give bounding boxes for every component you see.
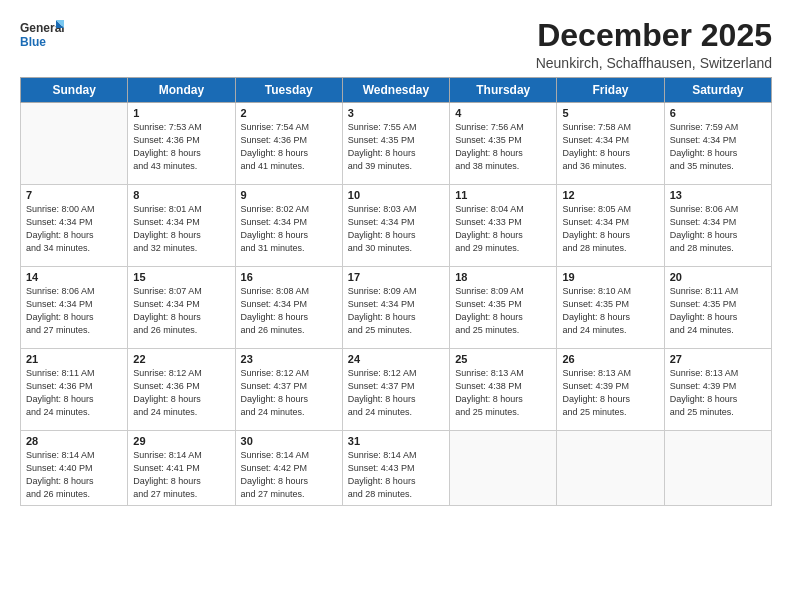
cell-info: Sunrise: 8:02 AM Sunset: 4:34 PM Dayligh… <box>241 203 337 255</box>
cell-info: Sunrise: 8:14 AM Sunset: 4:41 PM Dayligh… <box>133 449 229 501</box>
cell-info: Sunrise: 8:05 AM Sunset: 4:34 PM Dayligh… <box>562 203 658 255</box>
cell-info: Sunrise: 8:12 AM Sunset: 4:36 PM Dayligh… <box>133 367 229 419</box>
day-number: 26 <box>562 353 658 365</box>
cell-info: Sunrise: 8:08 AM Sunset: 4:34 PM Dayligh… <box>241 285 337 337</box>
cell-info: Sunrise: 7:55 AM Sunset: 4:35 PM Dayligh… <box>348 121 444 173</box>
day-number: 27 <box>670 353 766 365</box>
day-number: 10 <box>348 189 444 201</box>
cal-cell: 19Sunrise: 8:10 AM Sunset: 4:35 PM Dayli… <box>557 267 664 349</box>
cal-cell: 6Sunrise: 7:59 AM Sunset: 4:34 PM Daylig… <box>664 103 771 185</box>
cal-cell: 2Sunrise: 7:54 AM Sunset: 4:36 PM Daylig… <box>235 103 342 185</box>
day-number: 30 <box>241 435 337 447</box>
day-number: 5 <box>562 107 658 119</box>
day-number: 9 <box>241 189 337 201</box>
day-number: 19 <box>562 271 658 283</box>
cal-cell: 27Sunrise: 8:13 AM Sunset: 4:39 PM Dayli… <box>664 349 771 431</box>
cell-info: Sunrise: 7:59 AM Sunset: 4:34 PM Dayligh… <box>670 121 766 173</box>
calendar-page: General Blue December 2025 Neunkirch, Sc… <box>0 0 792 612</box>
cell-info: Sunrise: 7:54 AM Sunset: 4:36 PM Dayligh… <box>241 121 337 173</box>
cal-cell <box>664 431 771 506</box>
cal-cell: 26Sunrise: 8:13 AM Sunset: 4:39 PM Dayli… <box>557 349 664 431</box>
day-number: 25 <box>455 353 551 365</box>
cell-info: Sunrise: 8:01 AM Sunset: 4:34 PM Dayligh… <box>133 203 229 255</box>
cell-info: Sunrise: 8:14 AM Sunset: 4:43 PM Dayligh… <box>348 449 444 501</box>
day-number: 14 <box>26 271 122 283</box>
header-area: General Blue December 2025 Neunkirch, Sc… <box>20 18 772 71</box>
cell-info: Sunrise: 8:14 AM Sunset: 4:40 PM Dayligh… <box>26 449 122 501</box>
cal-cell: 9Sunrise: 8:02 AM Sunset: 4:34 PM Daylig… <box>235 185 342 267</box>
day-number: 8 <box>133 189 229 201</box>
cal-cell: 22Sunrise: 8:12 AM Sunset: 4:36 PM Dayli… <box>128 349 235 431</box>
cell-info: Sunrise: 8:12 AM Sunset: 4:37 PM Dayligh… <box>348 367 444 419</box>
cell-info: Sunrise: 7:56 AM Sunset: 4:35 PM Dayligh… <box>455 121 551 173</box>
day-number: 3 <box>348 107 444 119</box>
cal-cell: 24Sunrise: 8:12 AM Sunset: 4:37 PM Dayli… <box>342 349 449 431</box>
cal-cell: 31Sunrise: 8:14 AM Sunset: 4:43 PM Dayli… <box>342 431 449 506</box>
day-number: 15 <box>133 271 229 283</box>
cal-cell: 3Sunrise: 7:55 AM Sunset: 4:35 PM Daylig… <box>342 103 449 185</box>
day-header-wednesday: Wednesday <box>342 78 449 103</box>
cal-cell: 29Sunrise: 8:14 AM Sunset: 4:41 PM Dayli… <box>128 431 235 506</box>
day-number: 13 <box>670 189 766 201</box>
cell-info: Sunrise: 8:06 AM Sunset: 4:34 PM Dayligh… <box>26 285 122 337</box>
day-number: 23 <box>241 353 337 365</box>
day-number: 4 <box>455 107 551 119</box>
cell-info: Sunrise: 8:13 AM Sunset: 4:39 PM Dayligh… <box>562 367 658 419</box>
cell-info: Sunrise: 8:03 AM Sunset: 4:34 PM Dayligh… <box>348 203 444 255</box>
day-header-saturday: Saturday <box>664 78 771 103</box>
cal-cell: 20Sunrise: 8:11 AM Sunset: 4:35 PM Dayli… <box>664 267 771 349</box>
day-number: 29 <box>133 435 229 447</box>
cal-cell: 15Sunrise: 8:07 AM Sunset: 4:34 PM Dayli… <box>128 267 235 349</box>
cal-cell: 25Sunrise: 8:13 AM Sunset: 4:38 PM Dayli… <box>450 349 557 431</box>
cal-cell: 28Sunrise: 8:14 AM Sunset: 4:40 PM Dayli… <box>21 431 128 506</box>
day-number: 6 <box>670 107 766 119</box>
cal-cell <box>557 431 664 506</box>
cal-cell: 18Sunrise: 8:09 AM Sunset: 4:35 PM Dayli… <box>450 267 557 349</box>
cell-info: Sunrise: 8:12 AM Sunset: 4:37 PM Dayligh… <box>241 367 337 419</box>
day-number: 22 <box>133 353 229 365</box>
cell-info: Sunrise: 8:06 AM Sunset: 4:34 PM Dayligh… <box>670 203 766 255</box>
cell-info: Sunrise: 7:58 AM Sunset: 4:34 PM Dayligh… <box>562 121 658 173</box>
day-header-thursday: Thursday <box>450 78 557 103</box>
day-number: 12 <box>562 189 658 201</box>
day-number: 28 <box>26 435 122 447</box>
page-subtitle: Neunkirch, Schaffhausen, Switzerland <box>536 55 772 71</box>
cal-cell: 13Sunrise: 8:06 AM Sunset: 4:34 PM Dayli… <box>664 185 771 267</box>
title-area: December 2025 Neunkirch, Schaffhausen, S… <box>536 18 772 71</box>
cell-info: Sunrise: 8:00 AM Sunset: 4:34 PM Dayligh… <box>26 203 122 255</box>
cell-info: Sunrise: 8:09 AM Sunset: 4:35 PM Dayligh… <box>455 285 551 337</box>
cal-cell: 4Sunrise: 7:56 AM Sunset: 4:35 PM Daylig… <box>450 103 557 185</box>
day-number: 2 <box>241 107 337 119</box>
header-row: SundayMondayTuesdayWednesdayThursdayFrid… <box>21 78 772 103</box>
cell-info: Sunrise: 8:11 AM Sunset: 4:36 PM Dayligh… <box>26 367 122 419</box>
cal-cell: 16Sunrise: 8:08 AM Sunset: 4:34 PM Dayli… <box>235 267 342 349</box>
cal-cell: 23Sunrise: 8:12 AM Sunset: 4:37 PM Dayli… <box>235 349 342 431</box>
cal-cell: 14Sunrise: 8:06 AM Sunset: 4:34 PM Dayli… <box>21 267 128 349</box>
cell-info: Sunrise: 8:07 AM Sunset: 4:34 PM Dayligh… <box>133 285 229 337</box>
cal-cell: 12Sunrise: 8:05 AM Sunset: 4:34 PM Dayli… <box>557 185 664 267</box>
cal-cell: 11Sunrise: 8:04 AM Sunset: 4:33 PM Dayli… <box>450 185 557 267</box>
day-header-sunday: Sunday <box>21 78 128 103</box>
cal-cell: 8Sunrise: 8:01 AM Sunset: 4:34 PM Daylig… <box>128 185 235 267</box>
cell-info: Sunrise: 8:13 AM Sunset: 4:38 PM Dayligh… <box>455 367 551 419</box>
day-number: 7 <box>26 189 122 201</box>
page-title: December 2025 <box>536 18 772 53</box>
day-number: 31 <box>348 435 444 447</box>
cell-info: Sunrise: 8:14 AM Sunset: 4:42 PM Dayligh… <box>241 449 337 501</box>
cell-info: Sunrise: 8:09 AM Sunset: 4:34 PM Dayligh… <box>348 285 444 337</box>
cal-cell: 30Sunrise: 8:14 AM Sunset: 4:42 PM Dayli… <box>235 431 342 506</box>
day-number: 16 <box>241 271 337 283</box>
day-number: 24 <box>348 353 444 365</box>
day-number: 1 <box>133 107 229 119</box>
cell-info: Sunrise: 8:13 AM Sunset: 4:39 PM Dayligh… <box>670 367 766 419</box>
day-header-tuesday: Tuesday <box>235 78 342 103</box>
day-header-friday: Friday <box>557 78 664 103</box>
svg-text:Blue: Blue <box>20 35 46 49</box>
cell-info: Sunrise: 8:11 AM Sunset: 4:35 PM Dayligh… <box>670 285 766 337</box>
day-number: 11 <box>455 189 551 201</box>
cal-cell: 7Sunrise: 8:00 AM Sunset: 4:34 PM Daylig… <box>21 185 128 267</box>
cal-cell <box>450 431 557 506</box>
calendar-table: SundayMondayTuesdayWednesdayThursdayFrid… <box>20 77 772 506</box>
cell-info: Sunrise: 7:53 AM Sunset: 4:36 PM Dayligh… <box>133 121 229 173</box>
logo-icon: General Blue <box>20 18 64 54</box>
